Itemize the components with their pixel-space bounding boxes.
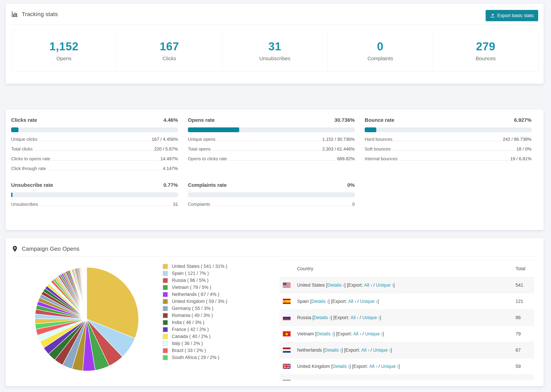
legend-item-united-kingdom[interactable]: United Kingdom ( 59 / 3% ) xyxy=(162,298,227,305)
geo-opens-table: CountryTotalUnited States [Details ›] [E… xyxy=(279,260,534,380)
detail-label: Unique clicks xyxy=(11,137,37,142)
nl-flag-icon xyxy=(283,348,290,353)
legend-item-brazil[interactable]: Brazil ( 33 / 2% ) xyxy=(162,347,227,354)
details-link-vn[interactable]: Details › xyxy=(317,331,333,336)
details-link-us[interactable]: Details › xyxy=(327,283,344,288)
country-total: 79 xyxy=(516,331,521,336)
text-glue: ] [Export: xyxy=(349,364,369,369)
country-total: 121 xyxy=(516,299,523,304)
export-unique-link-us[interactable]: Unique › xyxy=(376,283,393,288)
export-unique-link-es[interactable]: Unique › xyxy=(360,299,377,304)
legend-item-india[interactable]: India ( 46 / 3% ) xyxy=(162,319,227,326)
legend-item-italy[interactable]: Italy ( 36 / 2% ) xyxy=(162,340,227,347)
geo-opens-pie-chart[interactable] xyxy=(34,266,140,372)
dotted-leader xyxy=(40,206,171,206)
details-link-ru[interactable]: Details › xyxy=(314,315,331,320)
detail-label: Click through rate xyxy=(11,166,46,171)
legend-item-united-states[interactable]: United States ( 541 / 31% ) xyxy=(162,263,227,270)
country-name: United Kingdom xyxy=(297,364,330,369)
dotted-leader xyxy=(392,151,515,151)
rate-detail-row: Complaints0 xyxy=(188,202,355,207)
rate-detail-row: Click through rate4.147% xyxy=(11,166,178,171)
stat-value: 279 xyxy=(476,40,495,53)
header-divider xyxy=(11,25,538,25)
details-link-de[interactable]: Details › xyxy=(319,380,336,381)
export-all-link-gb[interactable]: All › xyxy=(369,364,377,369)
rate-title: Unsubscribe rate xyxy=(11,182,53,188)
detail-value: 14.497% xyxy=(160,156,178,161)
dotted-leader xyxy=(34,151,153,151)
rate-progress-bar xyxy=(11,127,178,132)
text-glue: ] [Export: xyxy=(344,283,364,288)
legend-item-france[interactable]: France ( 42 / 2% ) xyxy=(162,326,227,333)
legend-color-swatch xyxy=(162,334,168,339)
export-all-link-us[interactable]: All › xyxy=(364,283,372,288)
rate-detail-row: Total clicks220 / 5.87% xyxy=(11,147,178,152)
legend-item-romania[interactable]: Romania ( 49 / 3% ) xyxy=(162,312,227,319)
legend-color-swatch xyxy=(162,271,168,276)
text-glue: / xyxy=(359,315,362,320)
legend-item-russia[interactable]: Russia ( 86 / 5% ) xyxy=(162,277,227,284)
export-unique-link-ru[interactable]: Unique › xyxy=(362,315,380,320)
text-glue: ] xyxy=(390,348,392,353)
stat-value: 1,152 xyxy=(49,40,78,53)
detail-label: Opens to clicks rate xyxy=(188,156,227,161)
rate-progress-bar xyxy=(188,127,355,132)
dotted-leader xyxy=(48,170,161,170)
export-unique-link-vn[interactable]: Unique › xyxy=(365,331,382,336)
legend-label: Netherlands ( 67 / 4% ) xyxy=(172,292,219,297)
text-glue: / xyxy=(356,299,360,304)
legend-item-spain[interactable]: Spain ( 121 / 7% ) xyxy=(162,270,227,277)
text-glue: / xyxy=(361,331,365,336)
geo-table-row-es: Spain [Details ›] [Export: All › / Uniqu… xyxy=(279,293,534,309)
geo-divider xyxy=(11,256,538,256)
rate-value: 30.736% xyxy=(335,117,355,123)
legend-color-swatch xyxy=(162,355,168,360)
rate-progress-bar xyxy=(188,192,355,197)
export-unique-link-nl[interactable]: Unique › xyxy=(373,348,390,353)
export-all-link-de[interactable]: All › xyxy=(355,380,363,381)
rate-progress-bar xyxy=(365,127,531,132)
stat-card-complaints: 0Complaints xyxy=(327,30,433,71)
legend-item-canada[interactable]: Canada ( 40 / 2% ) xyxy=(162,333,227,340)
country-name: Netherlands xyxy=(297,348,322,353)
export-all-link-ru[interactable]: All › xyxy=(350,315,359,320)
rate-block-clicks-rate: Clicks rate4.46%Unique clicks167 / 4.456… xyxy=(11,117,178,171)
export-all-link-es[interactable]: All › xyxy=(348,299,356,304)
export-unique-link-de[interactable]: Unique › xyxy=(367,380,385,381)
text-glue: ] [Export: xyxy=(336,380,355,381)
export-all-link-nl[interactable]: All › xyxy=(361,348,369,353)
rates-grid: Clicks rate4.46%Unique clicks167 / 4.456… xyxy=(11,117,538,207)
details-link-gb[interactable]: Details › xyxy=(332,364,349,369)
detail-label: Complaints xyxy=(188,202,210,207)
text-glue: [ xyxy=(316,380,319,381)
legend-item-south-africa[interactable]: South Africa ( 29 / 2% ) xyxy=(162,354,227,361)
detail-value: 242 / 86.738% xyxy=(503,137,531,142)
rate-title: Opens rate xyxy=(188,117,215,123)
stat-label: Complaints xyxy=(367,56,393,61)
stat-card-unsubscribes: 31Unsubscribes xyxy=(222,30,327,71)
rate-detail-row: Unique opens1,152 / 30.736% xyxy=(188,137,355,142)
legend-item-netherlands[interactable]: Netherlands ( 67 / 4% ) xyxy=(162,291,227,298)
legend-label: Italy ( 36 / 2% ) xyxy=(172,341,203,346)
legend-item-vietnam[interactable]: Vietnam ( 79 / 5% ) xyxy=(162,284,227,291)
export-unique-link-gb[interactable]: Unique › xyxy=(381,364,399,369)
legend-item-germany[interactable]: Germany ( 55 / 3% ) xyxy=(162,305,227,312)
rate-detail-row: Opens to clicks rate689.82% xyxy=(188,157,355,161)
detail-value: 4.147% xyxy=(163,166,178,171)
details-link-es[interactable]: Details › xyxy=(311,299,328,304)
export-basic-stats-button[interactable]: Export basic stats xyxy=(486,10,538,21)
detail-label: Clicks to opens rate xyxy=(11,156,50,161)
details-link-nl[interactable]: Details › xyxy=(325,348,342,353)
legend-label: Spain ( 121 / 7% ) xyxy=(172,271,209,276)
dotted-leader xyxy=(394,141,501,141)
geo-table-row-nl: Netherlands [Details ›] [Export: All › /… xyxy=(279,342,534,358)
pie-legend: United States ( 541 / 31% )Spain ( 121 /… xyxy=(162,263,227,361)
gb-flag-icon xyxy=(283,364,290,369)
legend-color-swatch xyxy=(162,264,168,269)
export-all-link-vn[interactable]: All › xyxy=(353,331,361,336)
legend-color-swatch xyxy=(162,313,168,318)
dotted-leader xyxy=(229,160,335,161)
text-glue: ] [Export: xyxy=(342,348,361,353)
legend-label: Brazil ( 33 / 2% ) xyxy=(172,348,206,353)
